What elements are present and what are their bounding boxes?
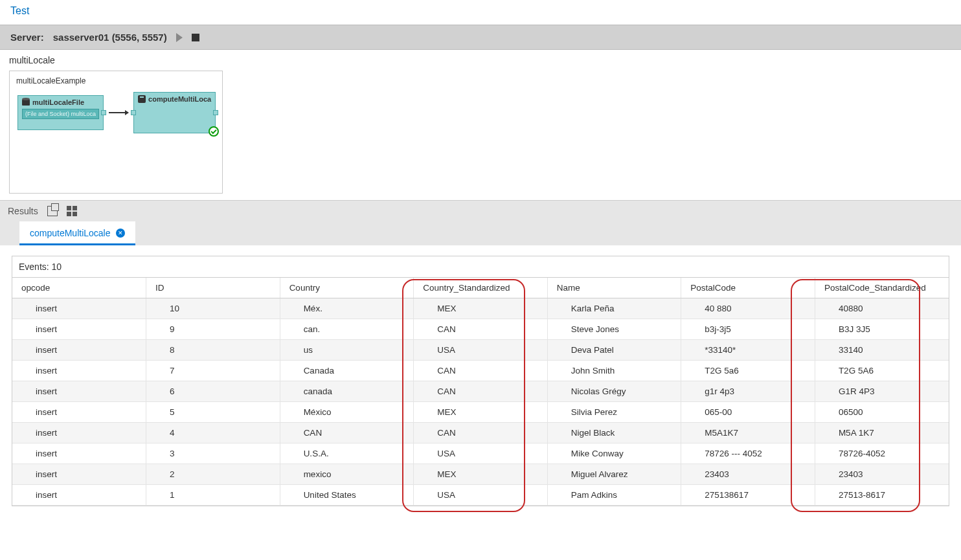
table-row[interactable]: insert1United StatesUSAPam Adkins2751386… xyxy=(12,485,949,506)
table-cell: T2G 5A6 xyxy=(815,361,949,381)
success-badge-icon xyxy=(209,126,219,137)
table-cell: 3 xyxy=(146,443,280,464)
table-row[interactable]: insert6canadaCANNicolas Grégyg1r 4p3G1R … xyxy=(12,381,949,402)
table-cell: MEX xyxy=(414,402,548,423)
table-cell: Mike Conway xyxy=(547,443,681,464)
table-cell: Pam Adkins xyxy=(547,485,681,506)
events-panel: Events: 10 opcode ID Country Country_Sta… xyxy=(12,256,949,506)
table-cell: M5A1K7 xyxy=(681,423,815,443)
table-cell: insert xyxy=(12,423,146,443)
table-cell: G1R 4P3 xyxy=(815,381,949,402)
table-cell: 275138617 xyxy=(681,485,815,506)
table-cell: B3J 3J5 xyxy=(815,319,949,340)
table-row[interactable]: insert9can.CANSteve Jonesb3j-3j5B3J 3J5 xyxy=(12,319,949,340)
table-cell: 2 xyxy=(146,464,280,485)
table-cell: Miguel Alvarez xyxy=(547,464,681,485)
table-cell: 4 xyxy=(146,423,280,443)
table-cell: 065-00 xyxy=(681,402,815,423)
table-cell: USA xyxy=(414,443,548,464)
table-cell: 78726-4052 xyxy=(815,443,949,464)
table-row[interactable]: insert10Méx.MEXKarla Peña40 88040880 xyxy=(12,298,949,319)
table-cell: insert xyxy=(12,402,146,423)
table-cell: insert xyxy=(12,298,146,319)
table-row[interactable]: insert5MéxicoMEXSilvia Perez065-0006500 xyxy=(12,402,949,423)
test-link[interactable]: Test xyxy=(10,5,29,16)
table-cell: John Smith xyxy=(547,361,681,381)
table-cell: insert xyxy=(12,381,146,402)
table-cell: insert xyxy=(12,443,146,464)
node-multilocalefile[interactable]: multiLocaleFile (File and Socket) multiL… xyxy=(17,95,104,130)
table-cell: 40880 xyxy=(815,298,949,319)
table-cell: mexico xyxy=(280,464,414,485)
table-cell: *33140* xyxy=(681,340,815,361)
table-cell: b3j-3j5 xyxy=(681,319,815,340)
table-cell: 8 xyxy=(146,340,280,361)
close-tab-icon[interactable] xyxy=(116,229,125,238)
table-cell: insert xyxy=(12,361,146,381)
server-bar: Server: sasserver01 (5556, 5557) xyxy=(0,25,961,50)
table-cell: CAN xyxy=(414,319,548,340)
table-cell: Nigel Black xyxy=(547,423,681,443)
col-postalcode-std[interactable]: PostalCode_Standardized xyxy=(815,278,949,298)
table-cell: insert xyxy=(12,319,146,340)
play-icon[interactable] xyxy=(176,33,183,42)
results-tabs: computeMultiLocale xyxy=(0,221,961,245)
table-cell: 27513-8617 xyxy=(815,485,949,506)
table-cell: CAN xyxy=(414,423,548,443)
table-cell: 9 xyxy=(146,319,280,340)
server-info: sasserver01 (5556, 5557) xyxy=(53,32,167,43)
col-opcode[interactable]: opcode xyxy=(12,278,146,298)
table-cell: United States xyxy=(280,485,414,506)
diagram-container[interactable]: multiLocaleExample multiLocaleFile (File… xyxy=(9,71,223,194)
node-output-port[interactable] xyxy=(213,110,218,115)
table-cell: Nicolas Grégy xyxy=(547,381,681,402)
results-table: opcode ID Country Country_Standardized N… xyxy=(12,278,949,506)
col-country-std[interactable]: Country_Standardized xyxy=(414,278,548,298)
table-cell: M5A 1K7 xyxy=(815,423,949,443)
table-cell: canada xyxy=(280,381,414,402)
table-cell: insert xyxy=(12,340,146,361)
table-cell: USA xyxy=(414,340,548,361)
connector-arrow xyxy=(109,112,128,113)
col-country[interactable]: Country xyxy=(280,278,414,298)
node2-title: computeMultiLoca xyxy=(148,95,211,103)
table-header-row: opcode ID Country Country_Standardized N… xyxy=(12,278,949,298)
table-cell: Silvia Perez xyxy=(547,402,681,423)
table-cell: USA xyxy=(414,485,548,506)
table-row[interactable]: insert2mexicoMEXMiguel Alvarez2340323403 xyxy=(12,464,949,485)
table-cell: MEX xyxy=(414,464,548,485)
table-row[interactable]: insert8usUSADeva Patel*33140*33140 xyxy=(12,340,949,361)
table-cell: 7 xyxy=(146,361,280,381)
table-cell: 23403 xyxy=(815,464,949,485)
diagram-label: multiLocaleExample xyxy=(14,75,218,87)
node-output-port[interactable] xyxy=(101,110,106,115)
table-row[interactable]: insert4CANCANNigel BlackM5A1K7M5A 1K7 xyxy=(12,423,949,443)
results-label: Results xyxy=(8,206,38,216)
table-row[interactable]: insert3U.S.A.USAMike Conway78726 --- 405… xyxy=(12,443,949,464)
col-postalcode[interactable]: PostalCode xyxy=(681,278,815,298)
table-cell: 78726 --- 4052 xyxy=(681,443,815,464)
node-computemultiloca[interactable]: computeMultiLoca xyxy=(133,92,216,133)
table-cell: 40 880 xyxy=(681,298,815,319)
stop-icon[interactable] xyxy=(192,34,199,41)
table-cell: MEX xyxy=(414,298,548,319)
grid-view-icon[interactable] xyxy=(67,206,77,216)
table-cell: CAN xyxy=(414,361,548,381)
table-cell: Steve Jones xyxy=(547,319,681,340)
table-cell: 23403 xyxy=(681,464,815,485)
table-cell: CAN xyxy=(414,381,548,402)
table-cell: T2G 5a6 xyxy=(681,361,815,381)
table-cell: 06500 xyxy=(815,402,949,423)
col-id[interactable]: ID xyxy=(146,278,280,298)
table-cell: Deva Patel xyxy=(547,340,681,361)
table-row[interactable]: insert7CanadaCANJohn SmithT2G 5a6T2G 5A6 xyxy=(12,361,949,381)
node-input-port[interactable] xyxy=(131,110,136,115)
database-icon xyxy=(22,99,30,106)
table-cell: CAN xyxy=(280,423,414,443)
results-toolbar: Results xyxy=(0,200,961,221)
copy-icon[interactable] xyxy=(47,206,58,216)
col-name[interactable]: Name xyxy=(547,278,681,298)
table-cell: g1r 4p3 xyxy=(681,381,815,402)
node1-subtitle: (File and Socket) multiLoca xyxy=(22,109,99,119)
tab-computemultilocale[interactable]: computeMultiLocale xyxy=(19,221,135,245)
